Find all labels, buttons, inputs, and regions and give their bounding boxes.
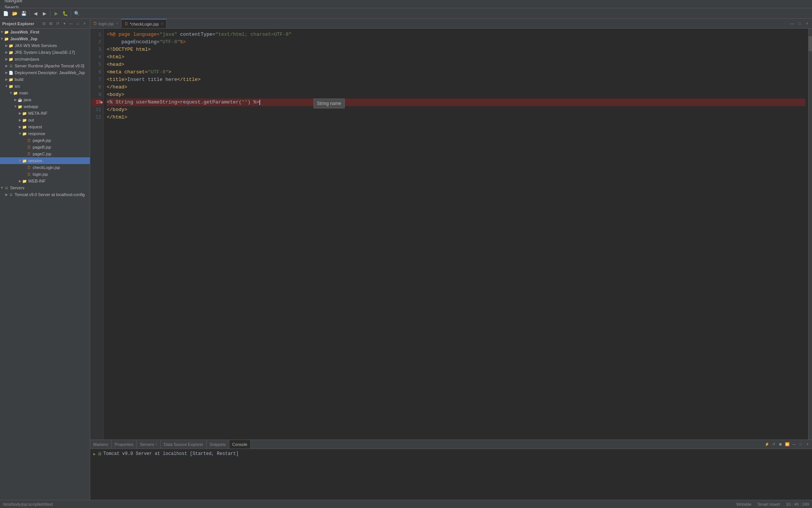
tree-item-jre_system[interactable]: ▶📁JRE System Library [JavaSE-17] (0, 49, 90, 56)
tab-window-btn-0[interactable]: — (789, 20, 795, 27)
bottom-tab-datasource[interactable]: Data Source Explorer (161, 440, 207, 449)
tree-item-web_inf[interactable]: ▶📁WEB-INF (0, 178, 90, 184)
editor-tab-login_tab[interactable]: 🗒login.jsp× (90, 19, 121, 28)
tree-item-session[interactable]: ▼📁session (0, 157, 90, 164)
tree-arrow-request[interactable]: ▶ (18, 125, 22, 129)
tree-item-checklogin_jsp[interactable]: 🗒checkLogin.jsp (0, 164, 90, 171)
tree-arrow-response[interactable]: ▼ (18, 132, 22, 135)
token: <html> (107, 53, 124, 61)
sidebar-maximize-btn[interactable]: □ (75, 21, 81, 27)
tree-item-login_jsp[interactable]: 🗒login.jsp (0, 171, 90, 178)
tree-item-server_runtime[interactable]: ▶🖥Server Runtime [Apache Tomcat v9.0] (0, 62, 90, 69)
tab-icon-login_tab: 🗒 (93, 21, 97, 26)
tree-item-pageA_jsp[interactable]: 🗒pageA.jsp (0, 137, 90, 144)
tree-arrow-pageA_jsp[interactable] (23, 138, 26, 142)
tree-arrow-src_main_java[interactable]: ▶ (5, 57, 8, 61)
toolbar-new-btn[interactable]: 📄 (2, 9, 10, 18)
code-line-8: </head> (107, 84, 805, 91)
sidebar-sync-btn[interactable]: ↺ (55, 21, 61, 27)
bottom-tab-btn-0[interactable]: ⚡ (764, 441, 770, 447)
tab-window-btn-1[interactable]: □ (796, 20, 803, 27)
tree-item-tomcat_server[interactable]: ▶🖥Tomcat v9.0 Server at localhost-config (0, 191, 90, 198)
sidebar-close-btn[interactable]: × (82, 21, 88, 27)
tree-icon-response: 📁 (22, 131, 27, 136)
tree-item-src_main_java[interactable]: ▶📁src/main/java (0, 56, 90, 62)
toolbar-save-btn[interactable]: 💾 (20, 9, 28, 18)
scrollbar-thumb[interactable] (809, 36, 812, 51)
bottom-tab-markers[interactable]: Markers (90, 440, 112, 449)
sidebar-expand-btn[interactable]: ⊞ (48, 21, 54, 27)
tree-arrow-src[interactable]: ▼ (5, 84, 8, 88)
tree-arrow-jax_ws[interactable]: ▶ (5, 44, 8, 47)
tree-arrow-jre_system[interactable]: ▶ (5, 50, 8, 54)
tree-arrow-pageC_jsp[interactable] (23, 152, 26, 156)
tree-item-request[interactable]: ▶📁request (0, 123, 90, 130)
tree-arrow-javaweb_jsp[interactable]: ▼ (0, 37, 4, 41)
tree-item-javaweb_jsp[interactable]: ▼📁JavaWeb_Jsp (0, 35, 90, 42)
tree-arrow-server_runtime[interactable]: ▶ (5, 64, 8, 68)
bottom-tab-btn-3[interactable]: ⏩ (784, 441, 790, 447)
bottom-tab-btn-6[interactable]: × (804, 441, 810, 447)
bottom-tab-btn-4[interactable]: — (791, 441, 797, 447)
tree-arrow-login_jsp[interactable] (23, 172, 26, 176)
tree-item-out[interactable]: ▶📁out (0, 117, 90, 123)
bottom-tab-snippets[interactable]: Snippets (207, 440, 229, 449)
tree-arrow-javaweb_first[interactable]: ▼ (0, 30, 4, 34)
tree-arrow-servers[interactable]: ▼ (0, 186, 4, 190)
editor[interactable]: 123456789101112 <%@ page language="java"… (90, 29, 812, 440)
bottom-tab-close-servers[interactable]: × (155, 442, 158, 446)
menu-item-navigate[interactable]: Navigate (2, 0, 25, 4)
tree-item-jax_ws[interactable]: ▶📁JAX-WS Web Services (0, 42, 90, 49)
tab-close-checklogin_tab[interactable]: × (161, 22, 163, 26)
token: <body> (107, 91, 124, 99)
toolbar-back-btn[interactable]: ◀ (31, 9, 39, 18)
tree-item-response[interactable]: ▼📁response (0, 130, 90, 137)
tree-item-pageC_jsp[interactable]: 🗒pageC.jsp (0, 151, 90, 157)
tree-arrow-build[interactable]: ▶ (5, 78, 8, 81)
sidebar-content[interactable]: ▼📁JavaWeb_First▼📁JavaWeb_Jsp▶📁JAX-WS Web… (0, 29, 90, 500)
tree-item-meta_inf[interactable]: ▶📁META-INF (0, 110, 90, 117)
tree-item-javaweb_first[interactable]: ▼📁JavaWeb_First (0, 29, 90, 35)
tree-item-build[interactable]: ▶📁build (0, 76, 90, 83)
tab-close-login_tab[interactable]: × (116, 21, 118, 26)
editor-tab-checklogin_tab[interactable]: 🗒*checkLogin.jsp× (121, 19, 167, 28)
sidebar-collapse-btn[interactable]: ⊟ (41, 21, 47, 27)
tab-window-btn-2[interactable]: × (804, 20, 810, 27)
tree-item-src[interactable]: ▼📁src (0, 83, 90, 90)
bottom-tab-btn-1[interactable]: ↺ (771, 441, 777, 447)
tree-arrow-main[interactable]: ▼ (9, 91, 13, 95)
tree-item-deployment_descriptor[interactable]: ▶📄Deployment Descriptor: JavaWeb_Jsp (0, 69, 90, 76)
tree-arrow-java[interactable]: ▶ (14, 98, 17, 102)
tree-arrow-webapp[interactable]: ▼ (14, 105, 17, 108)
tree-item-pageB_jsp[interactable]: 🗒pageB.jsp (0, 144, 90, 151)
editor-scrollbar[interactable] (808, 29, 812, 440)
tree-item-servers[interactable]: ▼🖥Servers (0, 184, 90, 191)
tree-icon-deployment_descriptor: 📄 (8, 70, 14, 75)
tree-label-out: out (28, 118, 34, 122)
tree-arrow-out[interactable]: ▶ (18, 118, 22, 122)
bottom-tab-btn-5[interactable]: □ (798, 441, 804, 447)
tree-arrow-meta_inf[interactable]: ▶ (18, 111, 22, 115)
bottom-tab-properties[interactable]: Properties (112, 440, 137, 449)
code-area[interactable]: <%@ page language="java" contentType="te… (104, 29, 808, 440)
tree-arrow-tomcat_server[interactable]: ▶ (5, 193, 8, 196)
tree-arrow-deployment_descriptor[interactable]: ▶ (5, 71, 8, 75)
sidebar-minimize-btn[interactable]: — (68, 21, 74, 27)
tree-arrow-checklogin_jsp[interactable] (23, 166, 26, 169)
sidebar-menu-btn[interactable]: ▾ (61, 21, 67, 27)
tree-arrow-session[interactable]: ▼ (18, 159, 22, 163)
bottom-tab-console[interactable]: Console (229, 440, 251, 449)
bottom-tab-servers[interactable]: Servers × (137, 440, 161, 449)
toolbar-open-btn[interactable]: 📂 (11, 9, 19, 18)
toolbar-run-btn[interactable]: ▶ (52, 9, 60, 18)
tree-item-webapp[interactable]: ▼📁webapp (0, 103, 90, 110)
toolbar-forward-btn[interactable]: ▶ (40, 9, 48, 18)
tree-arrow-web_inf[interactable]: ▶ (18, 179, 22, 183)
toolbar-debug-btn[interactable]: 🐛 (61, 9, 69, 18)
tree-item-java[interactable]: ▶☕java (0, 96, 90, 103)
bottom-tab-btn-2[interactable]: ⏹ (777, 441, 783, 447)
tree-item-main[interactable]: ▼📁main (0, 90, 90, 96)
tree-arrow-pageB_jsp[interactable] (23, 145, 26, 149)
toolbar-search-btn[interactable]: 🔍 (73, 9, 81, 18)
tree-label-deployment_descriptor: Deployment Descriptor: JavaWeb_Jsp (15, 70, 85, 75)
